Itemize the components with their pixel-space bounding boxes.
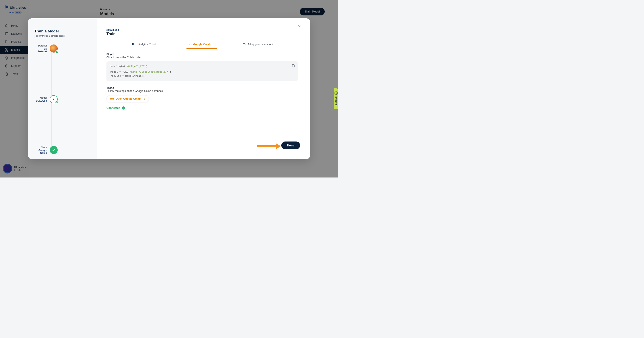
open-colab-button[interactable]: Open Google Colab: [106, 95, 149, 102]
step-model-name: Model: [34, 96, 47, 99]
tab-label: Ultralytics Cloud: [137, 43, 156, 46]
svg-point-8: [110, 98, 112, 99]
step2-desc: Follow the steps on the Google Colab not…: [106, 90, 298, 92]
step-model: Model YOLOv8n: [34, 95, 58, 103]
svg-point-5: [190, 44, 191, 45]
ultralytics-cloud-icon: [131, 43, 135, 46]
modal-right-panel: Step 3 of 3 Train Ultralytics Cloud Goog…: [96, 18, 310, 159]
close-button[interactable]: [298, 24, 301, 28]
check-icon: [122, 106, 125, 110]
tab-label: Google Colab: [193, 43, 211, 46]
done-button[interactable]: Done: [281, 142, 300, 149]
check-icon: [55, 100, 58, 104]
code-block[interactable]: hub.login('YOUR_API_KEY') model = YOLO('…: [106, 61, 298, 81]
tab-label: Bring your own agent: [248, 43, 273, 46]
svg-point-4: [188, 44, 189, 45]
svg-rect-6: [243, 44, 245, 45]
external-link-icon: [142, 98, 145, 100]
code-line-2: model = YOLO('http://localhost/models/X'…: [110, 70, 294, 74]
check-icon: [56, 50, 58, 54]
laptop-icon: [242, 43, 246, 46]
svg-rect-7: [293, 65, 294, 67]
tab-ultralytics-cloud[interactable]: Ultralytics Cloud: [128, 41, 160, 48]
copy-button[interactable]: [292, 64, 295, 68]
code-line-3: results = model.train(): [110, 74, 294, 78]
connected-label: Connected: [106, 106, 120, 110]
tab-own-agent[interactable]: Bring your own agent: [239, 41, 276, 48]
train-model-modal: Train a Model Follow these 3 simple step…: [28, 18, 310, 159]
code-line-1: hub.login('YOUR_API_KEY'): [110, 64, 294, 69]
step-dataset: Dataset My Dataset: [34, 44, 58, 53]
modal-subtitle: Follow these 3 simple steps: [34, 34, 90, 37]
feedback-tab[interactable]: Feedback ☺: [334, 88, 338, 109]
step1-desc: Click to copy the Colab code: [106, 56, 298, 59]
step-counter: Step 3 of 3: [106, 28, 298, 31]
svg-point-9: [112, 98, 114, 99]
copy-icon: [292, 64, 295, 68]
smiley-icon: ☺: [334, 92, 338, 94]
train-step-icon: [50, 146, 58, 154]
step-model-value: YOLOv8n: [34, 100, 47, 102]
modal-left-panel: Train a Model Follow these 3 simple step…: [28, 18, 96, 159]
model-step-icon: [50, 95, 58, 103]
dataset-thumb-icon: [50, 44, 58, 52]
train-tabs: Ultralytics Cloud Google Colab Bring you…: [106, 41, 298, 48]
hint-arrow-icon: [258, 144, 281, 148]
step-train-value: Google Colab: [34, 149, 47, 154]
step2-num: Step 2: [106, 86, 298, 89]
svg-point-3: [132, 43, 134, 45]
connected-status: Connected: [106, 106, 298, 110]
colab-icon: [110, 98, 114, 100]
tab-underline: [186, 48, 217, 49]
step-dataset-value: My Dataset: [34, 48, 47, 53]
feedback-label: Feedback: [335, 96, 338, 106]
modal-overlay: Train a Model Follow these 3 simple step…: [0, 0, 338, 178]
panel-title: Train: [106, 32, 298, 36]
tab-google-colab[interactable]: Google Colab: [184, 41, 214, 48]
step-train-name: Train: [34, 146, 47, 148]
step-train: Train Google Colab: [34, 146, 58, 154]
step1-num: Step 1: [106, 53, 298, 56]
modal-title: Train a Model: [34, 29, 90, 34]
step-dataset-name: Dataset: [34, 44, 47, 47]
stepper: Dataset My Dataset Model YOLOv8n: [34, 44, 90, 151]
colab-icon: [188, 43, 192, 46]
close-icon: [298, 24, 301, 28]
open-colab-label: Open Google Colab: [116, 97, 141, 100]
